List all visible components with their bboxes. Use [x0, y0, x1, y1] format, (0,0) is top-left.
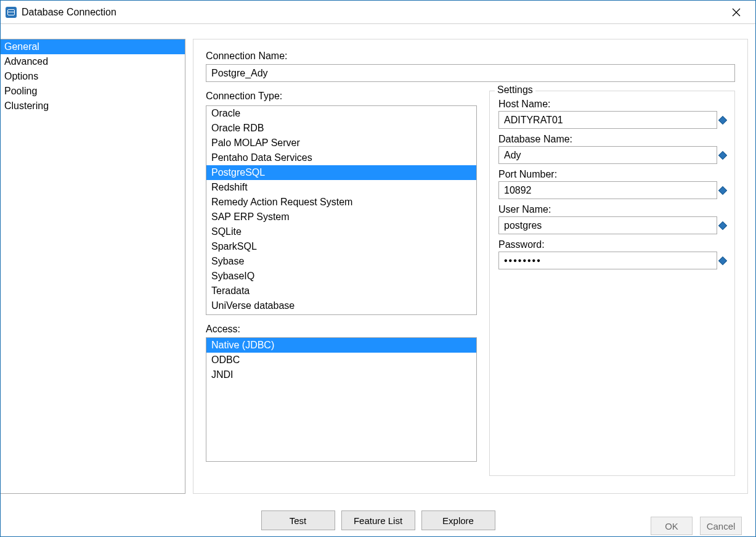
titlebar: Database Connection — [1, 1, 755, 24]
port-number-input[interactable] — [498, 181, 717, 199]
sidebar-item-clustering[interactable]: Clustering — [1, 99, 185, 113]
connection-name-row: Connection Name: — [206, 51, 735, 82]
explore-button[interactable]: Explore — [421, 510, 495, 530]
database-connection-dialog: Database Connection GeneralAdvancedOptio… — [0, 0, 756, 537]
variable-icon[interactable] — [718, 115, 727, 124]
settings-fieldset: Settings Host Name: Database Name: — [489, 91, 735, 476]
main-panel: Connection Name: Connection Type: Oracle… — [193, 39, 748, 494]
test-button[interactable]: Test — [261, 510, 335, 530]
variable-icon[interactable] — [718, 256, 727, 264]
category-sidebar[interactable]: GeneralAdvancedOptionsPoolingClustering — [1, 39, 185, 494]
close-button[interactable] — [722, 1, 750, 24]
access-label: Access: — [206, 324, 477, 335]
connection-name-input[interactable] — [206, 64, 735, 82]
list-item[interactable]: SparkSQL — [206, 239, 476, 254]
user-name-input[interactable] — [498, 216, 717, 234]
list-item[interactable]: UniVerse database — [206, 298, 476, 313]
password-input[interactable] — [498, 252, 717, 269]
feature-list-button[interactable]: Feature List — [341, 510, 415, 530]
list-item[interactable]: SAP ERP System — [206, 210, 476, 224]
sidebar-item-pooling[interactable]: Pooling — [1, 84, 185, 99]
list-item[interactable]: PostgreSQL — [206, 165, 476, 180]
port-number-label: Port Number: — [498, 169, 726, 180]
database-name-input[interactable] — [498, 146, 717, 164]
ok-cancel-row: OK Cancel — [651, 517, 742, 535]
variable-icon[interactable] — [718, 221, 727, 229]
list-item[interactable]: Sybase — [206, 254, 476, 269]
access-listbox[interactable]: Native (JDBC)ODBCJNDI — [206, 337, 477, 462]
list-item[interactable]: SQLite — [206, 224, 476, 239]
user-name-label: User Name: — [498, 204, 726, 215]
list-item[interactable]: JNDI — [206, 367, 476, 382]
list-item[interactable]: SybaseIQ — [206, 269, 476, 284]
ok-button[interactable]: OK — [651, 517, 693, 535]
database-icon — [6, 7, 17, 18]
variable-icon[interactable] — [718, 150, 727, 159]
list-item[interactable]: Native (JDBC) — [206, 338, 476, 353]
sidebar-item-options[interactable]: Options — [1, 69, 185, 84]
cancel-button[interactable]: Cancel — [700, 517, 742, 535]
list-item[interactable]: ODBC — [206, 353, 476, 367]
list-item[interactable]: Oracle RDB — [206, 121, 476, 136]
settings-legend: Settings — [495, 84, 535, 96]
list-item[interactable]: Pentaho Data Services — [206, 150, 476, 165]
variable-icon[interactable] — [718, 186, 727, 194]
close-icon — [732, 8, 741, 17]
window-title: Database Connection — [22, 7, 116, 18]
sidebar-item-advanced[interactable]: Advanced — [1, 54, 185, 69]
host-name-label: Host Name: — [498, 99, 726, 110]
list-item[interactable]: Palo MOLAP Server — [206, 136, 476, 150]
connection-name-label: Connection Name: — [206, 51, 735, 62]
connection-type-listbox[interactable]: OracleOracle RDBPalo MOLAP ServerPentaho… — [206, 105, 477, 315]
database-name-label: Database Name: — [498, 134, 726, 145]
password-label: Password: — [498, 239, 726, 250]
action-button-row: Test Feature List Explore — [1, 510, 755, 530]
connection-type-label: Connection Type: — [206, 91, 477, 102]
list-item[interactable]: Redshift — [206, 180, 476, 195]
list-item[interactable]: Oracle — [206, 106, 476, 121]
dialog-body: GeneralAdvancedOptionsPoolingClustering … — [1, 24, 755, 536]
host-name-input[interactable] — [498, 111, 717, 129]
list-item[interactable]: Remedy Action Request System — [206, 195, 476, 210]
list-item[interactable]: Teradata — [206, 284, 476, 298]
sidebar-item-general[interactable]: General — [1, 39, 185, 54]
